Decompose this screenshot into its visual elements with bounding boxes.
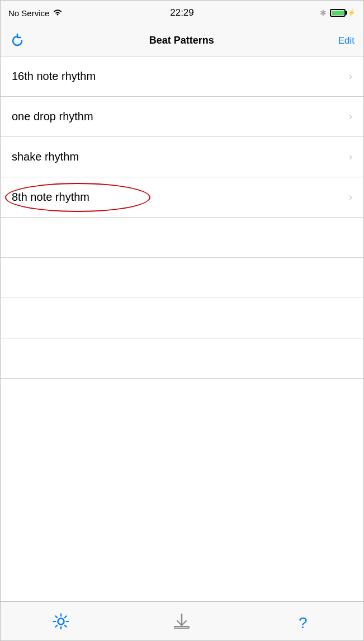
svg-line-8 xyxy=(56,625,58,626)
download-tab[interactable] xyxy=(121,602,242,640)
gear-icon xyxy=(51,612,70,631)
wifi-icon xyxy=(53,8,63,18)
list-item-label: 8th note rhythm xyxy=(12,191,89,204)
svg-point-0 xyxy=(58,618,64,624)
charging-icon: ⚡ xyxy=(347,9,356,17)
phone-frame: No Service 22:29 ✱ ⚡ xyxy=(0,0,364,641)
list-item-empty xyxy=(1,298,363,338)
question-icon: ? xyxy=(294,612,313,631)
list-item-label: shake rhythm xyxy=(12,150,79,163)
list-item-empty xyxy=(1,338,363,379)
status-right: ✱ ⚡ xyxy=(320,8,356,17)
chevron-icon: › xyxy=(349,191,352,203)
status-left: No Service xyxy=(8,8,63,18)
list-item-empty xyxy=(1,218,363,258)
refresh-button[interactable] xyxy=(10,33,25,49)
chevron-icon: › xyxy=(349,151,352,163)
page-title: Beat Patterns xyxy=(149,35,214,46)
status-bar: No Service 22:29 ✱ ⚡ xyxy=(1,1,363,25)
list-item[interactable]: one drop rhythm › xyxy=(1,97,363,137)
list-item[interactable]: shake rhythm › xyxy=(1,137,363,177)
beat-patterns-list: 16th note rhythm › one drop rhythm › sha… xyxy=(1,56,363,601)
battery-fill xyxy=(332,11,344,15)
tab-bar: ? xyxy=(1,601,363,640)
chevron-icon: › xyxy=(349,70,352,82)
help-tab[interactable]: ? xyxy=(243,602,363,640)
svg-line-6 xyxy=(65,625,67,626)
list-item-label: one drop rhythm xyxy=(12,110,93,123)
bluetooth-icon: ✱ xyxy=(320,8,327,17)
svg-line-5 xyxy=(56,616,58,618)
svg-line-7 xyxy=(65,616,67,618)
svg-text:?: ? xyxy=(299,614,308,631)
carrier-text: No Service xyxy=(8,8,49,18)
chevron-icon: › xyxy=(349,111,352,122)
download-icon xyxy=(172,612,191,631)
list-item-empty xyxy=(1,258,363,298)
svg-rect-9 xyxy=(174,626,189,628)
nav-bar: Beat Patterns Edit xyxy=(1,25,363,56)
battery-indicator: ⚡ xyxy=(330,9,356,17)
edit-button[interactable]: Edit xyxy=(338,35,354,46)
list-item[interactable]: 16th note rhythm › xyxy=(1,56,363,97)
list-item-label: 16th note rhythm xyxy=(12,70,96,83)
settings-tab[interactable] xyxy=(1,602,121,640)
list-item-highlighted[interactable]: 8th note rhythm › xyxy=(1,177,363,218)
battery-body xyxy=(330,9,346,17)
status-time: 22:29 xyxy=(170,7,194,18)
